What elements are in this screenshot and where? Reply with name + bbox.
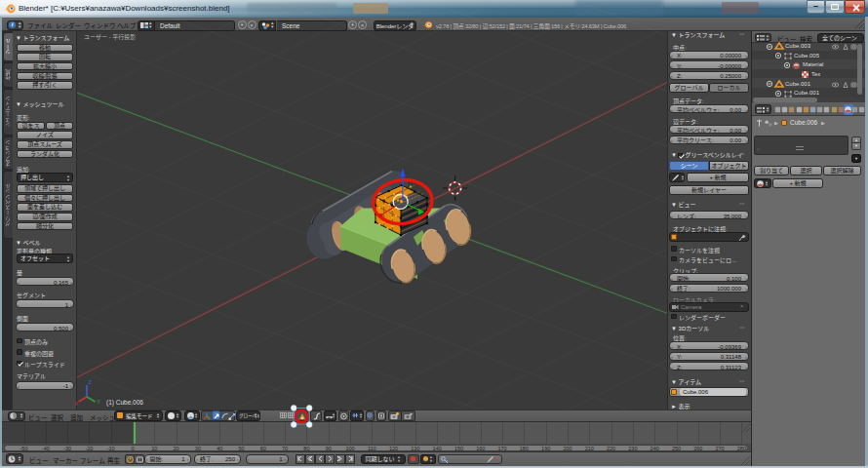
svg-text:X: X xyxy=(74,401,78,407)
svg-text:Z: Z xyxy=(89,379,93,385)
svg-text:Y: Y xyxy=(97,399,100,405)
